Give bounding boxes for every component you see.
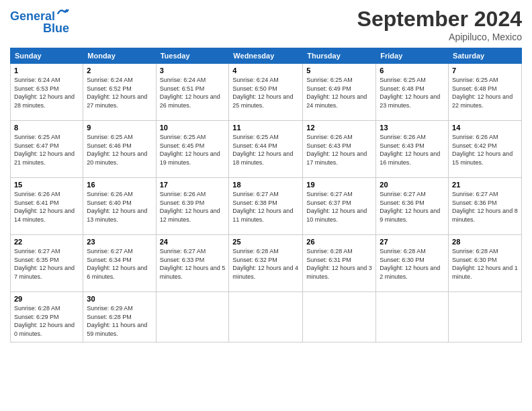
table-row: 26Sunrise: 6:28 AMSunset: 6:31 PMDayligh… (303, 235, 376, 292)
day-info: Sunrise: 6:24 AMSunset: 6:53 PMDaylight:… (14, 76, 79, 109)
day-info: Sunrise: 6:26 AMSunset: 6:40 PMDaylight:… (87, 190, 152, 224)
table-row: 3Sunrise: 6:24 AMSunset: 6:51 PMDaylight… (156, 64, 229, 121)
table-row: 10Sunrise: 6:25 AMSunset: 6:45 PMDayligh… (156, 121, 229, 178)
day-info: Sunrise: 6:27 AMSunset: 6:34 PMDaylight:… (87, 247, 152, 281)
day-number: 15 (14, 181, 79, 189)
month-title: September 2024 (357, 7, 522, 32)
day-number: 17 (160, 181, 226, 189)
table-row (449, 292, 522, 342)
table-row (229, 292, 303, 342)
day-number: 12 (306, 124, 372, 132)
day-info: Sunrise: 6:24 AMSunset: 6:52 PMDaylight:… (87, 76, 152, 109)
calendar-table: Sunday Monday Tuesday Wednesday Thursday… (10, 48, 522, 342)
table-row: 15Sunrise: 6:26 AMSunset: 6:41 PMDayligh… (11, 178, 83, 235)
day-number: 30 (87, 295, 152, 303)
day-info: Sunrise: 6:24 AMSunset: 6:50 PMDaylight:… (232, 76, 299, 109)
table-row: 6Sunrise: 6:25 AMSunset: 6:48 PMDaylight… (376, 64, 449, 121)
table-row: 7Sunrise: 6:25 AMSunset: 6:48 PMDaylight… (449, 64, 522, 121)
day-number: 13 (380, 124, 445, 132)
day-info: Sunrise: 6:25 AMSunset: 6:47 PMDaylight:… (14, 133, 79, 167)
day-info: Sunrise: 6:25 AMSunset: 6:48 PMDaylight:… (380, 76, 445, 109)
table-row: 29Sunrise: 6:28 AMSunset: 6:29 PMDayligh… (11, 292, 83, 342)
table-row: 19Sunrise: 6:27 AMSunset: 6:37 PMDayligh… (303, 178, 376, 235)
table-row: 28Sunrise: 6:28 AMSunset: 6:30 PMDayligh… (449, 235, 522, 292)
day-number: 1 (14, 66, 79, 75)
day-info: Sunrise: 6:27 AMSunset: 6:37 PMDaylight:… (306, 190, 372, 224)
day-number: 22 (14, 238, 79, 246)
table-row: 17Sunrise: 6:26 AMSunset: 6:39 PMDayligh… (156, 178, 229, 235)
table-row: 2Sunrise: 6:24 AMSunset: 6:52 PMDaylight… (83, 64, 156, 121)
logo-text2: Blue (43, 22, 69, 34)
day-info: Sunrise: 6:27 AMSunset: 6:33 PMDaylight:… (160, 247, 226, 281)
calendar-week-row: 1Sunrise: 6:24 AMSunset: 6:53 PMDaylight… (11, 64, 522, 121)
table-row (376, 292, 449, 342)
day-number: 25 (232, 238, 299, 246)
table-row: 25Sunrise: 6:28 AMSunset: 6:32 PMDayligh… (229, 235, 303, 292)
col-friday: Friday (376, 48, 449, 64)
day-info: Sunrise: 6:28 AMSunset: 6:32 PMDaylight:… (232, 247, 299, 281)
calendar-week-row: 8Sunrise: 6:25 AMSunset: 6:47 PMDaylight… (11, 121, 522, 178)
day-info: Sunrise: 6:26 AMSunset: 6:43 PMDaylight:… (380, 133, 445, 167)
day-number: 4 (232, 66, 299, 75)
col-tuesday: Tuesday (156, 48, 229, 64)
table-row: 9Sunrise: 6:25 AMSunset: 6:46 PMDaylight… (83, 121, 156, 178)
day-number: 26 (306, 238, 372, 246)
col-wednesday: Wednesday (229, 48, 303, 64)
col-saturday: Saturday (449, 48, 522, 64)
day-info: Sunrise: 6:27 AMSunset: 6:35 PMDaylight:… (14, 247, 79, 281)
table-row: 20Sunrise: 6:27 AMSunset: 6:36 PMDayligh… (376, 178, 449, 235)
day-info: Sunrise: 6:27 AMSunset: 6:36 PMDaylight:… (452, 190, 518, 224)
day-info: Sunrise: 6:27 AMSunset: 6:38 PMDaylight:… (232, 190, 299, 224)
calendar-week-row: 29Sunrise: 6:28 AMSunset: 6:29 PMDayligh… (11, 292, 522, 342)
table-row: 4Sunrise: 6:24 AMSunset: 6:50 PMDaylight… (229, 64, 303, 121)
day-number: 18 (232, 181, 299, 189)
day-info: Sunrise: 6:28 AMSunset: 6:30 PMDaylight:… (380, 247, 445, 281)
table-row: 16Sunrise: 6:26 AMSunset: 6:40 PMDayligh… (83, 178, 156, 235)
location: Apipiluco, Mexico (357, 32, 522, 42)
day-number: 29 (14, 295, 79, 303)
col-sunday: Sunday (11, 48, 83, 64)
calendar-week-row: 22Sunrise: 6:27 AMSunset: 6:35 PMDayligh… (11, 235, 522, 292)
day-info: Sunrise: 6:28 AMSunset: 6:29 PMDaylight:… (14, 304, 79, 338)
day-number: 10 (160, 124, 226, 132)
day-number: 14 (452, 124, 518, 132)
page-container: General Blue September 2024 Apipiluco, M… (0, 0, 532, 349)
day-number: 21 (452, 181, 518, 189)
day-number: 20 (380, 181, 445, 189)
table-row: 12Sunrise: 6:26 AMSunset: 6:43 PMDayligh… (303, 121, 376, 178)
logo-text: General (10, 10, 55, 22)
day-info: Sunrise: 6:25 AMSunset: 6:49 PMDaylight:… (306, 76, 372, 109)
day-number: 3 (160, 66, 226, 75)
day-number: 27 (380, 238, 445, 246)
logo-icon (56, 7, 69, 20)
day-number: 28 (452, 238, 518, 246)
day-info: Sunrise: 6:28 AMSunset: 6:30 PMDaylight:… (452, 247, 518, 281)
table-row: 13Sunrise: 6:26 AMSunset: 6:43 PMDayligh… (376, 121, 449, 178)
day-number: 6 (380, 66, 445, 75)
table-row: 8Sunrise: 6:25 AMSunset: 6:47 PMDaylight… (11, 121, 83, 178)
day-number: 9 (87, 124, 152, 132)
table-row (156, 292, 229, 342)
day-number: 19 (306, 181, 372, 189)
day-info: Sunrise: 6:25 AMSunset: 6:44 PMDaylight:… (232, 133, 299, 167)
calendar-header-row: Sunday Monday Tuesday Wednesday Thursday… (11, 48, 522, 64)
header: General Blue September 2024 Apipiluco, M… (10, 7, 522, 42)
day-number: 24 (160, 238, 226, 246)
table-row: 24Sunrise: 6:27 AMSunset: 6:33 PMDayligh… (156, 235, 229, 292)
day-info: Sunrise: 6:26 AMSunset: 6:43 PMDaylight:… (306, 133, 372, 167)
day-info: Sunrise: 6:25 AMSunset: 6:48 PMDaylight:… (452, 76, 518, 109)
day-info: Sunrise: 6:27 AMSunset: 6:36 PMDaylight:… (380, 190, 445, 224)
table-row: 21Sunrise: 6:27 AMSunset: 6:36 PMDayligh… (449, 178, 522, 235)
day-number: 16 (87, 181, 152, 189)
table-row: 14Sunrise: 6:26 AMSunset: 6:42 PMDayligh… (449, 121, 522, 178)
table-row: 1Sunrise: 6:24 AMSunset: 6:53 PMDaylight… (11, 64, 83, 121)
col-thursday: Thursday (303, 48, 376, 64)
day-info: Sunrise: 6:29 AMSunset: 6:28 PMDaylight:… (87, 304, 152, 338)
day-number: 5 (306, 66, 372, 75)
day-info: Sunrise: 6:24 AMSunset: 6:51 PMDaylight:… (160, 76, 226, 109)
table-row: 11Sunrise: 6:25 AMSunset: 6:44 PMDayligh… (229, 121, 303, 178)
table-row: 27Sunrise: 6:28 AMSunset: 6:30 PMDayligh… (376, 235, 449, 292)
day-info: Sunrise: 6:25 AMSunset: 6:45 PMDaylight:… (160, 133, 226, 167)
table-row: 18Sunrise: 6:27 AMSunset: 6:38 PMDayligh… (229, 178, 303, 235)
day-info: Sunrise: 6:25 AMSunset: 6:46 PMDaylight:… (87, 133, 152, 167)
